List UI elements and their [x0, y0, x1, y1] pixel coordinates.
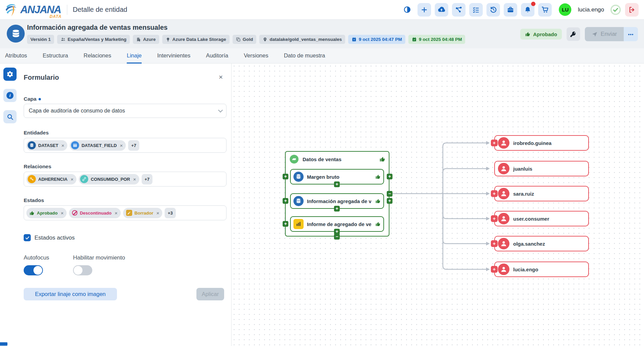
key-button[interactable] — [567, 27, 580, 41]
autofocus-toggle[interactable] — [24, 265, 43, 275]
expand-left-button[interactable]: + — [283, 221, 288, 227]
chip-borrador[interactable]: Borrador × — [123, 208, 162, 218]
expand-user-button[interactable]: + — [491, 140, 498, 146]
app-logo[interactable]: ANJANA DATA — [3, 2, 61, 18]
verified-badge-icon — [610, 4, 621, 16]
lineage-share-button[interactable] — [452, 3, 466, 17]
collapse-right-button[interactable]: − — [387, 191, 392, 197]
chip-adherencia[interactable]: ADHERENCIA × — [26, 174, 76, 184]
tab-atributos[interactable]: Atributos — [5, 48, 27, 64]
collapse-group-button[interactable]: − — [334, 234, 340, 240]
relaciones-chipbox[interactable]: ADHERENCIA × CONSUMIDO_POR × +7 — [24, 172, 226, 187]
add-button[interactable] — [418, 3, 431, 17]
estados-activos-checkbox[interactable] — [24, 234, 31, 241]
chip-remove-icon[interactable]: × — [71, 176, 74, 182]
tab-versiones[interactable]: Versiones — [244, 48, 268, 64]
lineage-group-node[interactable]: Datos de ventas Margen bruto Información… — [285, 151, 389, 237]
expand-left-button[interactable]: + — [283, 198, 288, 204]
chip-remove-icon[interactable]: × — [156, 210, 159, 216]
info-rail-button[interactable]: i — [3, 89, 17, 102]
user-node-label: user.consumer — [513, 216, 549, 222]
node-label: Margen bruto — [307, 174, 339, 180]
badge-technology: Azure Data Lake Storage — [162, 35, 230, 44]
apply-button[interactable]: Aplicar — [196, 288, 224, 300]
logout-button[interactable] — [625, 3, 639, 17]
group-header: Datos de ventas — [290, 155, 385, 164]
cloud-upload-button[interactable] — [435, 3, 448, 17]
user-node-juanluis[interactable]: juanluis — [494, 161, 589, 176]
handshake-icon — [290, 155, 299, 164]
user-node-lucia-engo[interactable]: lucia.engo — [494, 262, 589, 277]
badge-domain: España/Ventas y Marketing — [57, 35, 130, 44]
expand-left-button[interactable]: + — [283, 174, 288, 179]
expand-down-button[interactable]: + — [334, 181, 340, 187]
lineage-canvas[interactable]: Datos de ventas Margen bruto Información… — [232, 64, 644, 346]
scroll-indicator[interactable] — [0, 342, 7, 346]
more-options-button[interactable]: ••• — [624, 27, 638, 41]
expand-user-button[interactable]: + — [491, 190, 498, 197]
database-icon — [293, 196, 304, 206]
chip-remove-icon[interactable]: × — [133, 176, 136, 182]
tab-auditoria[interactable]: Auditoría — [206, 48, 228, 64]
badge-path: datalake/gold_ventas_mensuales — [259, 35, 345, 44]
cart-button[interactable] — [538, 3, 552, 17]
tab-dato-de-muestra[interactable]: Dato de muestra — [284, 48, 325, 64]
chip-remove-icon[interactable]: × — [61, 210, 64, 216]
expand-right-button[interactable]: + — [387, 198, 392, 204]
history-button[interactable] — [486, 3, 500, 17]
expand-user-button[interactable]: + — [491, 240, 498, 247]
chip-dataset[interactable]: DATASET × — [26, 140, 67, 151]
capa-label: Capa — [24, 96, 41, 102]
tab-intervinientes[interactable]: Intervinientes — [157, 48, 190, 64]
entidades-chipbox[interactable]: DATASET × DATASET_FIELD × +7 — [24, 138, 226, 153]
table-icon — [71, 141, 79, 149]
briefcase-button[interactable] — [504, 3, 517, 17]
estados-more-chip[interactable]: +3 — [165, 208, 176, 218]
tab-estructura[interactable]: Estructura — [43, 48, 68, 64]
search-rail-button[interactable] — [3, 110, 17, 123]
chip-aprobado[interactable]: Aprobado × — [26, 208, 67, 218]
contrast-toggle-icon[interactable] — [400, 3, 414, 17]
relaciones-label: Relaciones — [24, 164, 51, 170]
badge-provider: Azure — [133, 35, 159, 44]
chip-descontinuado[interactable]: Descontinuado × — [69, 208, 121, 218]
close-form-icon[interactable]: × — [219, 73, 223, 81]
thumbs-up-icon — [525, 31, 530, 37]
report-chart-icon — [293, 219, 304, 229]
tab-relaciones[interactable]: Relaciones — [84, 48, 111, 64]
user-node-irobredo-guinea[interactable]: irobredo.guinea — [494, 135, 589, 151]
user-avatar[interactable]: LU — [559, 3, 571, 16]
notifications-bell-button[interactable] — [521, 3, 534, 17]
relaciones-more-chip[interactable]: +7 — [142, 174, 153, 184]
thumbs-up-icon — [379, 156, 385, 162]
send-button[interactable]: Enviar — [585, 27, 624, 41]
tab-linaje[interactable]: Linaje — [127, 48, 142, 64]
expand-right-button[interactable]: + — [387, 174, 392, 179]
expand-user-button[interactable]: + — [491, 266, 498, 273]
movimiento-toggle[interactable] — [73, 265, 92, 275]
entidades-more-chip[interactable]: +7 — [128, 140, 139, 151]
chip-consumido-por[interactable]: CONSUMIDO_POR × — [79, 174, 139, 184]
expand-down-button[interactable]: + — [334, 206, 340, 212]
user-node-sara-ruiz[interactable]: sara.ruiz — [494, 186, 589, 201]
group-title: Datos de ventas — [303, 156, 341, 162]
user-node-user-consumer[interactable]: user.consumer — [494, 211, 589, 226]
toggle-knob — [33, 266, 42, 275]
entidades-label: Entidades — [24, 130, 49, 136]
capa-select[interactable]: Capa de auditoría de consumo de datos — [24, 104, 226, 118]
chip-remove-icon[interactable]: × — [115, 210, 118, 216]
chip-dataset-field[interactable]: DATASET_FIELD × — [70, 140, 126, 151]
checklist-button[interactable] — [469, 3, 483, 17]
chip-label: CONSUMIDO_POR — [91, 177, 130, 182]
user-node-label: olga.sanchez — [513, 241, 545, 247]
chip-remove-icon[interactable]: × — [120, 143, 123, 148]
settings-rail-button[interactable] — [3, 68, 17, 81]
node-label: Informe de agregado de vent.. — [307, 221, 371, 227]
entity-actions: Aprobado Enviar ••• — [520, 27, 638, 41]
expand-user-button[interactable]: + — [491, 215, 498, 222]
map-pin-icon — [263, 37, 267, 42]
export-lineage-button[interactable]: Exportar linaje como imagen — [24, 288, 117, 300]
chip-remove-icon[interactable]: × — [61, 143, 64, 148]
user-node-olga-sanchez[interactable]: olga.sanchez — [494, 236, 589, 251]
estados-chipbox[interactable]: Aprobado × Descontinuado × Borrador × +3 — [24, 205, 226, 220]
